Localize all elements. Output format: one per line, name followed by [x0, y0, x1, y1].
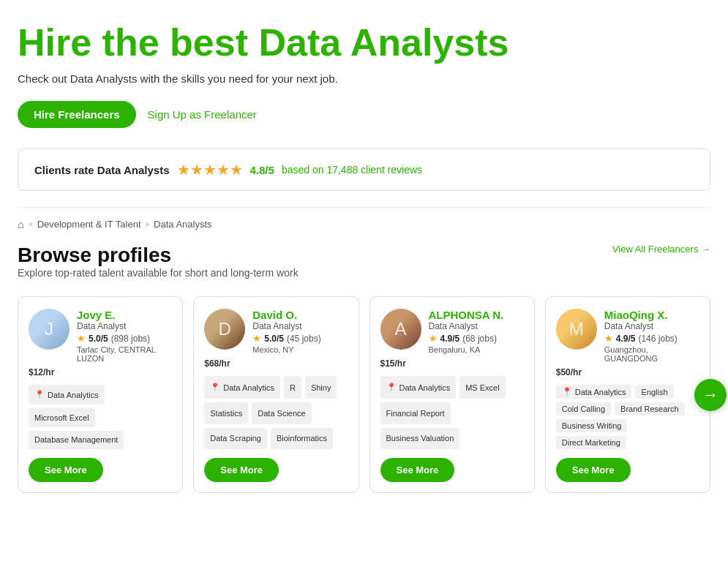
freelancer-name: Jovy E.: [77, 309, 172, 321]
view-all-freelancers-link[interactable]: View All Freelancers →: [612, 244, 710, 255]
skill-tag: 📍Data Analytics: [29, 385, 105, 405]
hero-subtitle: Check out Data Analysts with the skills …: [18, 72, 710, 85]
freelancer-location: Bengaluru, KA: [429, 345, 524, 354]
avatar: A: [380, 309, 421, 350]
freelancer-rate: $50/hr: [556, 367, 699, 377]
skill-tag: Business Valuation: [380, 428, 460, 450]
skill-tag: Data Science: [252, 402, 311, 424]
browse-header: Browse profiles Explore top-rated talent…: [18, 244, 710, 292]
breadcrumb: ⌂ » Development & IT Talent » Data Analy…: [18, 218, 710, 230]
next-button[interactable]: →: [694, 379, 727, 411]
avatar-letter: M: [556, 309, 597, 350]
divider: [18, 207, 710, 208]
skill-tag: Cold Calling: [556, 402, 611, 415]
freelancer-name: David O.: [252, 309, 348, 321]
skill-tags: 📍Data AnalyticsMicrosoft ExcelDatabase M…: [29, 385, 172, 449]
freelancer-card: J Jovy E. Data Analyst ★ 5.0/5 (898 jobs…: [18, 296, 183, 493]
freelancer-card: D David O. Data Analyst ★ 5.0/5 (45 jobs…: [193, 296, 359, 493]
skill-tag: 📍Data Analytics: [556, 385, 632, 399]
card-top: A ALPHONSA N. Data Analyst ★ 4.9/5 (68 j…: [380, 309, 524, 354]
freelancer-role: Data Analyst: [77, 321, 172, 331]
rating-bar: Clients rate Data Analysts ★★★★★ 4.8/5 b…: [18, 148, 710, 191]
skill-tag: Data Scraping: [204, 428, 267, 450]
skill-tag: R: [284, 376, 301, 399]
breadcrumb-link-dev[interactable]: Development & IT Talent: [37, 219, 141, 230]
skill-tag: Statistics: [204, 402, 248, 424]
skill-tags: 📍Data AnalyticsEnglishCold CallingBrand …: [556, 385, 699, 449]
tag-icon: 📍: [386, 383, 397, 392]
freelancer-rate: $68/hr: [204, 358, 348, 369]
freelancer-role: Data Analyst: [429, 321, 524, 331]
skill-tag: Bioinformatics: [271, 428, 333, 450]
breadcrumb-sep2: »: [146, 220, 150, 228]
rating-reviews: based on 17,488 client reviews: [282, 164, 422, 176]
skill-tag: Database Management: [29, 431, 124, 450]
freelancer-rate: $15/hr: [380, 358, 524, 369]
breadcrumb-sep1: »: [29, 220, 33, 228]
card-info: MiaoQing X. Data Analyst ★ 4.9/5 (146 jo…: [604, 309, 699, 363]
rating-score: 5.0/5: [89, 334, 108, 344]
freelancer-role: Data Analyst: [252, 321, 348, 331]
card-top: J Jovy E. Data Analyst ★ 5.0/5 (898 jobs…: [29, 309, 172, 363]
avatar-letter: D: [204, 309, 245, 350]
skill-tag: Shiny: [305, 376, 337, 399]
skill-tags: 📍Data AnalyticsMS ExcelFinancial ReportB…: [380, 376, 524, 449]
see-more-button[interactable]: See More: [556, 458, 631, 482]
skill-tag: Business Writing: [556, 419, 628, 432]
hero-title: Hire the best Data Analysts: [18, 22, 710, 64]
browse-subtitle: Explore top-rated talent available for s…: [18, 267, 299, 279]
skill-tag: English: [635, 385, 673, 399]
freelancer-rate: $12/hr: [29, 367, 172, 377]
skill-tag: MS Excel: [459, 376, 505, 399]
avatar-letter: J: [29, 309, 70, 350]
breadcrumb-current: Data Analysts: [154, 219, 212, 230]
freelancer-rating: ★ 4.9/5 (68 jobs): [429, 333, 524, 344]
skill-tag: 📍Data Analytics: [380, 376, 457, 399]
skill-tag: Microsoft Excel: [29, 408, 95, 427]
freelancer-card: A ALPHONSA N. Data Analyst ★ 4.9/5 (68 j…: [369, 296, 535, 493]
card-top: D David O. Data Analyst ★ 5.0/5 (45 jobs…: [204, 309, 348, 354]
freelancer-location: Tarlac City, CENTRAL LUZON: [77, 345, 172, 363]
avatar-letter: A: [380, 309, 421, 350]
card-info: David O. Data Analyst ★ 5.0/5 (45 jobs) …: [252, 309, 348, 354]
card-info: Jovy E. Data Analyst ★ 5.0/5 (898 jobs) …: [77, 309, 172, 363]
freelancer-rating: ★ 5.0/5 (898 jobs): [77, 333, 172, 344]
jobs-count: (898 jobs): [111, 334, 150, 344]
freelancer-name: ALPHONSA N.: [429, 309, 524, 321]
star-icon: ★: [252, 333, 261, 344]
freelancer-cards-row: J Jovy E. Data Analyst ★ 5.0/5 (898 jobs…: [18, 296, 710, 493]
freelancer-location: Guangzhou, GUANGDONG: [604, 345, 699, 363]
see-more-button[interactable]: See More: [380, 458, 455, 482]
jobs-count: (68 jobs): [462, 334, 497, 344]
avatar: J: [29, 309, 70, 350]
see-more-button[interactable]: See More: [29, 458, 103, 482]
jobs-count: (45 jobs): [287, 334, 321, 344]
rating-score: 4.8/5: [250, 164, 274, 176]
rating-label: Clients rate Data Analysts: [34, 164, 170, 176]
skill-tag: 📍Data Analytics: [204, 376, 280, 399]
star-icon: ★: [429, 333, 438, 344]
freelancer-card: M MiaoQing X. Data Analyst ★ 4.9/5 (146 …: [545, 296, 710, 493]
skill-tag: Direct Marketing: [556, 436, 626, 449]
freelancer-location: Mexico, NY: [252, 345, 348, 354]
star-icon: ★: [77, 333, 86, 344]
rating-score: 4.9/5: [616, 334, 636, 344]
star-icon: ★: [604, 333, 613, 344]
see-more-button[interactable]: See More: [204, 458, 279, 482]
freelancer-rating: ★ 5.0/5 (45 jobs): [252, 333, 348, 344]
tag-icon: 📍: [562, 387, 572, 396]
home-icon[interactable]: ⌂: [18, 218, 24, 230]
jobs-count: (146 jobs): [638, 334, 677, 344]
skill-tag: Financial Report: [380, 402, 451, 424]
skill-tags: 📍Data AnalyticsRShinyStatisticsData Scie…: [204, 376, 348, 449]
avatar: M: [556, 309, 597, 350]
rating-score: 5.0/5: [264, 334, 284, 344]
freelancer-name: MiaoQing X.: [604, 309, 699, 321]
card-info: ALPHONSA N. Data Analyst ★ 4.9/5 (68 job…: [429, 309, 524, 354]
card-top: M MiaoQing X. Data Analyst ★ 4.9/5 (146 …: [556, 309, 699, 363]
avatar: D: [204, 309, 245, 350]
hire-freelancers-button[interactable]: Hire Freelancers: [18, 101, 136, 128]
signup-freelancer-link[interactable]: Sign Up as Freelancer: [148, 108, 257, 121]
freelancer-rating: ★ 4.9/5 (146 jobs): [604, 333, 699, 344]
star-icons: ★★★★★: [177, 161, 243, 178]
